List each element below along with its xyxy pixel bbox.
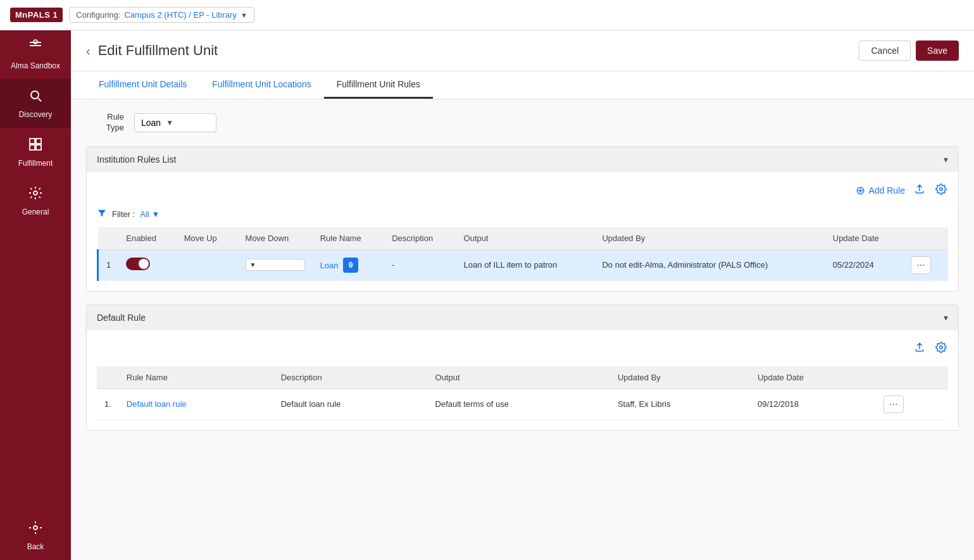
svg-point-8 xyxy=(34,191,37,195)
tab-fulfillment-unit-rules[interactable]: Fulfillment Unit Rules xyxy=(324,72,433,99)
default-table-header-row: Rule Name Description Output Updated By … xyxy=(97,366,948,389)
default-row-actions-button[interactable]: ··· xyxy=(883,395,903,413)
default-rule-link[interactable]: Default loan rule xyxy=(127,399,187,409)
app-logo: MnPALS 1 xyxy=(10,8,63,22)
institution-rules-section-header[interactable]: Institution Rules List ▾ xyxy=(87,147,958,172)
institution-rules-body: ⊕ Add Rule xyxy=(87,172,958,291)
default-rule-section: Default Rule ▾ xyxy=(86,304,959,431)
sidebar: Alma Sandbox Discovery Fulfillment Gener… xyxy=(0,30,71,560)
sidebar-item-label-alma-sandbox: Alma Sandbox xyxy=(11,61,60,70)
content: ‹ Edit Fulfillment Unit Cancel Save Fulf… xyxy=(71,30,974,560)
dcol-description: Description xyxy=(273,366,428,389)
export-icon-2[interactable] xyxy=(913,340,927,358)
back-arrow-button[interactable]: ‹ xyxy=(86,44,91,58)
config-label: Configuring: xyxy=(76,10,120,20)
col-move-up: Move Up xyxy=(177,227,238,250)
top-bar: MnPALS 1 Configuring: Campus 2 (HTC) / E… xyxy=(0,0,974,30)
col-rule-name: Rule Name xyxy=(313,227,384,250)
settings-icon[interactable] xyxy=(934,182,948,199)
config-dropdown[interactable]: Configuring: Campus 2 (HTC) / EP - Libra… xyxy=(69,7,254,23)
page-header-left: ‹ Edit Fulfillment Unit xyxy=(86,42,218,59)
row-rule-name: Loan 9 xyxy=(313,249,384,280)
default-table-row: 1. Default loan rule Default loan rule D… xyxy=(97,389,948,420)
institution-rules-table: Enabled Move Up Move Down Rule Name Desc… xyxy=(97,227,948,281)
dcol-actions xyxy=(876,366,948,389)
svg-rect-0 xyxy=(30,42,41,43)
col-updated-by: Updated By xyxy=(594,227,825,250)
default-rule-section-header[interactable]: Default Rule ▾ xyxy=(87,305,958,330)
svg-rect-4 xyxy=(30,139,35,144)
rule-type-row: RuleType Loan ▼ xyxy=(86,112,959,134)
row-move-down[interactable]: ▼ xyxy=(238,249,313,280)
filter-text: Filter : xyxy=(112,209,135,219)
drow-actions[interactable]: ··· xyxy=(876,389,948,420)
chevron-down-icon: ▼ xyxy=(240,11,247,19)
svg-point-11 xyxy=(940,346,943,349)
sidebar-item-back[interactable]: Back xyxy=(21,511,51,560)
drow-number: 1. xyxy=(97,389,119,420)
svg-rect-1 xyxy=(30,45,41,46)
row-actions-button[interactable]: ··· xyxy=(911,256,930,274)
col-output: Output xyxy=(456,227,595,250)
sidebar-item-fulfillment[interactable]: Fulfillment xyxy=(0,128,71,177)
drow-update-date: 09/12/2018 xyxy=(750,389,876,420)
general-icon xyxy=(28,185,43,204)
col-description: Description xyxy=(384,227,456,250)
sidebar-item-label-general: General xyxy=(22,208,49,216)
row-move-up xyxy=(177,249,238,280)
row-enabled[interactable] xyxy=(118,249,176,280)
dcol-num xyxy=(97,366,119,389)
svg-rect-5 xyxy=(36,139,41,144)
row-updated-by: Do not edit-Alma, Administrator (PALS Of… xyxy=(594,249,825,280)
filter-dropdown[interactable]: All ▼ xyxy=(140,209,159,219)
sidebar-item-label-discovery: Discovery xyxy=(19,110,53,119)
badge-9: 9 xyxy=(343,258,358,273)
rule-type-label: RuleType xyxy=(86,112,124,134)
discovery-icon xyxy=(28,88,43,106)
rule-type-value: Loan xyxy=(141,118,161,128)
filter-value: All xyxy=(140,209,149,219)
sidebar-item-discovery[interactable]: Discovery xyxy=(0,79,71,128)
default-rule-toolbar xyxy=(97,340,948,358)
col-update-date: Update Date xyxy=(825,227,904,250)
save-button[interactable]: Save xyxy=(916,40,959,61)
enabled-toggle[interactable] xyxy=(126,258,150,270)
row-update-date: 05/22/2024 xyxy=(825,249,904,280)
default-rule-body: Rule Name Description Output Updated By … xyxy=(87,330,958,430)
tabs: Fulfillment Unit Details Fulfillment Uni… xyxy=(71,72,974,99)
sidebar-item-alma-sandbox[interactable]: Alma Sandbox xyxy=(0,30,71,79)
drow-rule-name: Default loan rule xyxy=(119,389,273,420)
svg-point-9 xyxy=(34,526,37,530)
add-rule-button[interactable]: ⊕ Add Rule xyxy=(856,184,905,197)
chevron-down-icon: ▼ xyxy=(250,261,256,268)
chevron-down-icon-2: ▾ xyxy=(944,313,948,323)
rule-type-select[interactable]: Loan ▼ xyxy=(134,113,216,132)
institution-rules-section: Institution Rules List ▾ ⊕ Add Rule xyxy=(86,146,959,292)
filter-icon xyxy=(97,208,107,221)
default-rule-title: Default Rule xyxy=(97,313,146,323)
filter-arrow-icon: ▼ xyxy=(152,209,160,219)
dcol-output: Output xyxy=(428,366,610,389)
sidebar-item-general[interactable]: General xyxy=(0,177,71,225)
table-header-row: Enabled Move Up Move Down Rule Name Desc… xyxy=(98,227,949,250)
svg-point-10 xyxy=(940,188,943,191)
fulfillment-icon xyxy=(28,137,43,155)
back-icon xyxy=(28,520,43,538)
row-output: Loan of ILL item to patron xyxy=(456,249,595,280)
svg-point-3 xyxy=(31,91,39,99)
drow-updated-by: Staff, Ex Libris xyxy=(610,389,750,420)
row-actions[interactable]: ··· xyxy=(903,249,948,280)
main-layout: Alma Sandbox Discovery Fulfillment Gener… xyxy=(0,30,974,560)
tab-fulfillment-unit-details[interactable]: Fulfillment Unit Details xyxy=(86,72,199,99)
col-enabled: Enabled xyxy=(118,227,176,250)
col-actions xyxy=(903,227,948,250)
export-icon[interactable] xyxy=(913,182,927,199)
tab-fulfillment-unit-locations[interactable]: Fulfillment Unit Locations xyxy=(199,72,323,99)
sidebar-item-label-fulfillment: Fulfillment xyxy=(18,159,53,168)
cancel-button[interactable]: Cancel xyxy=(859,40,911,61)
move-down-button[interactable]: ▼ xyxy=(246,259,305,271)
institution-rules-title: Institution Rules List xyxy=(97,154,176,165)
settings-icon-2[interactable] xyxy=(934,340,948,358)
rule-name-link[interactable]: Loan xyxy=(320,260,339,270)
alma-sandbox-icon xyxy=(28,39,43,58)
